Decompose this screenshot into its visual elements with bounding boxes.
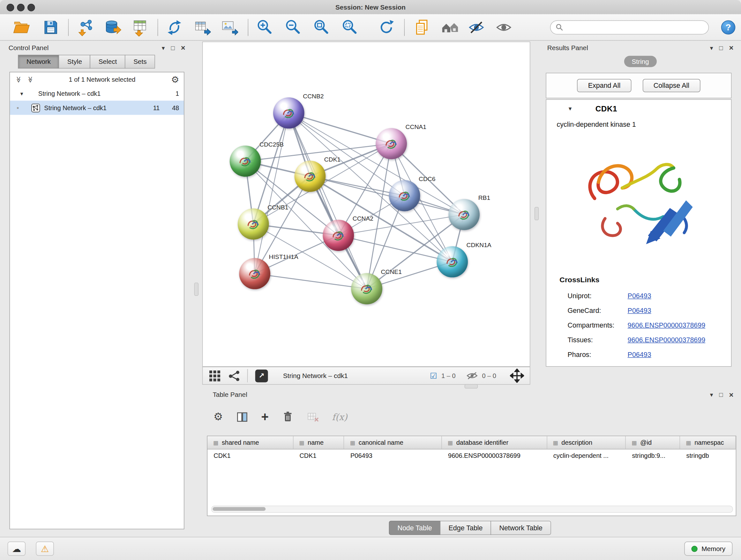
network-node-cdk1[interactable] — [294, 161, 326, 192]
cloud-button[interactable]: ☁ — [8, 542, 25, 556]
window-minimize-button[interactable] — [17, 4, 24, 11]
panel-float-icon[interactable]: □ — [171, 44, 175, 51]
delete-column-icon[interactable] — [281, 411, 294, 423]
panel-close-icon[interactable]: × — [729, 391, 733, 397]
string-tab[interactable]: String — [624, 56, 657, 67]
copy-document-icon[interactable] — [413, 18, 431, 36]
crosslink-link-pharos[interactable]: P06493 — [628, 351, 651, 358]
cell-description[interactable]: cyclin-dependent ... — [547, 449, 626, 462]
add-column-icon[interactable]: + — [261, 411, 269, 423]
expand-all-networks-icon[interactable]: ≪ — [26, 76, 33, 83]
delete-table-icon[interactable] — [307, 411, 319, 423]
save-session-icon[interactable] — [42, 18, 59, 36]
import-table-icon[interactable] — [131, 18, 149, 36]
tab-node-table[interactable]: Node Table — [389, 521, 441, 535]
scrollbar-thumb[interactable] — [212, 507, 266, 510]
left-splitter-handle[interactable] — [194, 283, 199, 296]
panel-menu-icon[interactable]: ▾ — [710, 391, 713, 398]
zoom-in-icon[interactable] — [256, 18, 273, 36]
network-node-ccne1[interactable] — [351, 273, 382, 305]
export-table-icon[interactable] — [193, 18, 211, 36]
function-builder-icon[interactable]: f(x) — [332, 412, 347, 422]
column-header-database-identifier[interactable]: ▦database identifier — [442, 436, 547, 449]
panel-menu-icon[interactable]: ▾ — [162, 44, 165, 51]
gear-icon[interactable]: ⚙ — [171, 74, 179, 85]
crosslink-link-tissues[interactable]: 9606.ENSP00000378699 — [628, 336, 705, 344]
column-header-description[interactable]: ▦description — [547, 436, 626, 449]
columns-icon[interactable] — [236, 411, 249, 423]
network-overview-icon[interactable] — [228, 369, 241, 382]
gene-header-row[interactable]: ▼ CDK1 — [546, 100, 731, 118]
network-row[interactable]: ● String Network – cdk1 11 48 — [10, 101, 184, 115]
network-node-hist1h1a[interactable] — [239, 258, 270, 289]
network-node-ccna2[interactable] — [323, 220, 354, 251]
panel-float-icon[interactable]: □ — [719, 391, 723, 398]
cell-name[interactable]: CDK1 — [293, 449, 344, 462]
column-header-canonical-name[interactable]: ▦canonical name — [344, 436, 442, 449]
network-node-cdc6[interactable] — [389, 180, 420, 211]
tab-network-table[interactable]: Network Table — [491, 521, 551, 535]
birds-eye-view-icon[interactable] — [208, 369, 221, 382]
refresh-icon[interactable] — [378, 18, 395, 36]
network-node-ccna1[interactable] — [376, 128, 407, 159]
column-header-namespace[interactable]: ▦namespac — [680, 436, 736, 449]
horizontal-scrollbar[interactable] — [211, 506, 733, 513]
eye-slash-icon[interactable] — [468, 18, 486, 36]
tab-style[interactable]: Style — [59, 55, 90, 69]
import-network-database-icon[interactable] — [104, 18, 121, 36]
panel-close-icon[interactable]: × — [729, 45, 733, 51]
memory-button[interactable]: Memory — [684, 542, 732, 556]
disclosure-triangle-icon[interactable]: ▼ — [19, 91, 24, 96]
new-network-icon[interactable] — [165, 18, 183, 36]
right-splitter-handle[interactable] — [535, 207, 539, 220]
zoom-fit-icon[interactable] — [313, 18, 330, 36]
panel-menu-icon[interactable]: ▾ — [710, 44, 713, 51]
network-collection-row[interactable]: ▼ String Network – cdk1 1 — [10, 86, 184, 101]
search-input[interactable] — [564, 21, 709, 33]
cell-shared-name[interactable]: CDK1 — [207, 449, 293, 462]
tab-network[interactable]: Network — [18, 55, 59, 69]
network-node-rb1[interactable] — [448, 199, 480, 230]
network-node-ccnb2[interactable] — [273, 98, 305, 129]
table-row[interactable]: CDK1 CDK1 P06493 9606.ENSP00000378699 cy… — [207, 449, 736, 462]
table-settings-icon[interactable]: ⚙ — [213, 411, 223, 423]
network-node-ccnb1[interactable] — [238, 208, 269, 240]
panel-close-icon[interactable]: × — [181, 45, 185, 51]
crosslink-link-compartments[interactable]: 9606.ENSP00000378699 — [628, 321, 705, 329]
network-node-cdkn1a[interactable] — [436, 246, 468, 277]
pan-tool-icon[interactable] — [510, 369, 524, 383]
help-button[interactable]: ? — [721, 20, 735, 34]
warning-button[interactable]: ⚠ — [36, 542, 54, 556]
expand-all-button[interactable]: Expand All — [577, 79, 631, 92]
window-zoom-button[interactable] — [27, 4, 35, 11]
bottom-splitter-handle[interactable] — [465, 384, 478, 388]
network-node-cdc25b[interactable] — [230, 145, 261, 177]
collapse-gene-icon[interactable]: ▼ — [568, 106, 573, 112]
network-canvas[interactable]: CCNB2CCNA1CDC25BCDK1CDC6RB1CCNB1CCNA2CDK… — [202, 42, 530, 367]
cell-canonical-name[interactable]: P06493 — [344, 449, 442, 462]
tab-sets[interactable]: Sets — [125, 55, 155, 69]
tab-edge-table[interactable]: Edge Table — [440, 521, 491, 535]
search-box[interactable] — [550, 20, 709, 34]
open-session-icon[interactable] — [12, 18, 30, 36]
zoom-selected-icon[interactable] — [341, 18, 359, 36]
import-network-file-icon[interactable] — [77, 18, 95, 36]
panel-float-icon[interactable]: □ — [719, 44, 723, 51]
collapse-all-networks-icon[interactable]: ≫ — [15, 76, 22, 83]
crosslink-link-uniprot[interactable]: P06493 — [628, 292, 651, 300]
column-header-shared-name[interactable]: ▦shared name — [207, 436, 293, 449]
zoom-out-icon[interactable] — [284, 18, 302, 36]
window-close-button[interactable] — [7, 4, 14, 11]
cell-database-identifier[interactable]: 9606.ENSP00000378699 — [442, 449, 547, 462]
cell-namespace[interactable]: stringdb — [680, 449, 736, 462]
crosslink-link-genecard[interactable]: P06493 — [628, 307, 651, 314]
home-icon[interactable] — [441, 18, 458, 36]
tab-select[interactable]: Select — [90, 55, 125, 69]
collapse-all-button[interactable]: Collapse All — [643, 79, 700, 92]
cell-id[interactable]: stringdb:9... — [626, 449, 680, 462]
open-in-new-icon[interactable]: ↗ — [255, 369, 268, 382]
column-header-name[interactable]: ▦name — [293, 436, 344, 449]
column-header-id[interactable]: ▦@id — [626, 436, 680, 449]
export-image-icon[interactable] — [220, 18, 238, 36]
eye-icon[interactable] — [495, 18, 513, 36]
